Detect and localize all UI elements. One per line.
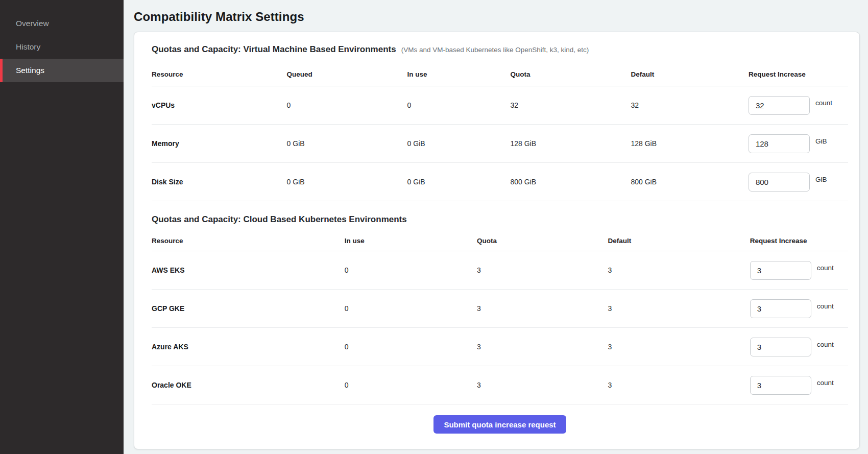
section-title-cloud-k8s: Quotas and Capacity: Cloud Based Kuberne…: [152, 214, 407, 225]
table-row-vcpus: vCPUs 0 0 32 32 count: [152, 86, 848, 125]
queued-value: 0 GiB: [287, 178, 407, 186]
table-row-memory: Memory 0 GiB 0 GiB 128 GiB 128 GiB GiB: [152, 125, 848, 163]
quota-value: 3: [477, 304, 608, 313]
default-value: 800 GiB: [631, 178, 749, 186]
default-value: 32: [631, 101, 749, 109]
col-header-in-use: In use: [407, 70, 511, 78]
vm-table-header: Resource Queued In use Quota Default Req…: [152, 63, 848, 86]
col-header-request-increase: Request Increase: [749, 70, 848, 78]
unit-label: count: [817, 341, 834, 348]
request-increase-input-vcpus[interactable]: [749, 96, 810, 115]
col-header-default: Default: [608, 237, 750, 245]
page-title: Compatibility Matrix Settings: [134, 10, 860, 24]
queued-value: 0: [287, 101, 407, 109]
default-value: 3: [608, 381, 750, 389]
quota-value: 800 GiB: [510, 178, 631, 186]
request-increase-input-azure-aks[interactable]: [750, 338, 811, 356]
section-subtitle-vm: (VMs and VM-based Kubernetes like OpenSh…: [401, 46, 589, 54]
sidebar: Overview History Settings: [0, 0, 124, 454]
in-use-value: 0: [407, 101, 511, 109]
resource-label: Azure AKS: [152, 343, 345, 351]
in-use-value: 0: [345, 381, 477, 389]
sidebar-item-settings[interactable]: Settings: [0, 59, 124, 82]
cloud-table-header: Resource In use Quota Default Request In…: [152, 231, 848, 251]
col-header-resource: Resource: [152, 70, 287, 78]
in-use-value: 0: [345, 304, 477, 313]
unit-label: count: [815, 99, 832, 107]
unit-label: GiB: [815, 176, 827, 183]
resource-label: Disk Size: [152, 178, 287, 186]
resource-label: vCPUs: [152, 101, 287, 109]
table-row-azure-aks: Azure AKS 0 3 3 count: [152, 328, 848, 366]
col-header-request-increase: Request Increase: [750, 237, 848, 245]
request-increase-input-oracle-oke[interactable]: [750, 376, 811, 395]
col-header-queued: Queued: [287, 70, 407, 78]
quota-value: 3: [477, 266, 608, 274]
section-cloud-kubernetes: Quotas and Capacity: Cloud Based Kuberne…: [152, 214, 848, 404]
section-vm-environments: Quotas and Capacity: Virtual Machine Bas…: [152, 44, 848, 201]
request-increase-input-disk-size[interactable]: [749, 173, 810, 192]
quota-value: 3: [477, 343, 608, 351]
table-row-oracle-oke: Oracle OKE 0 3 3 count: [152, 366, 848, 404]
unit-label: count: [817, 264, 834, 272]
resource-label: AWS EKS: [152, 266, 345, 274]
sidebar-item-overview[interactable]: Overview: [0, 12, 124, 35]
col-header-in-use: In use: [345, 237, 477, 245]
resource-label: Memory: [152, 139, 287, 148]
main-content: Compatibility Matrix Settings Quotas and…: [124, 0, 868, 454]
in-use-value: 0: [345, 266, 477, 274]
quota-value: 128 GiB: [510, 139, 631, 148]
queued-value: 0 GiB: [287, 139, 407, 148]
table-row-disk-size: Disk Size 0 GiB 0 GiB 800 GiB 800 GiB Gi…: [152, 163, 848, 201]
unit-label: count: [817, 302, 834, 310]
table-row-aws-eks: AWS EKS 0 3 3 count: [152, 251, 848, 290]
unit-label: count: [817, 379, 834, 387]
sidebar-item-history[interactable]: History: [0, 35, 124, 59]
col-header-resource: Resource: [152, 237, 345, 245]
col-header-quota: Quota: [510, 70, 631, 78]
default-value: 3: [608, 304, 750, 313]
col-header-quota: Quota: [477, 237, 608, 245]
default-value: 128 GiB: [631, 139, 749, 148]
unit-label: GiB: [815, 137, 827, 145]
in-use-value: 0 GiB: [407, 139, 511, 148]
submit-quota-increase-button[interactable]: Submit quota increase request: [433, 415, 566, 434]
default-value: 3: [608, 266, 750, 274]
resource-label: Oracle OKE: [152, 381, 345, 389]
quota-settings-card: Quotas and Capacity: Virtual Machine Bas…: [134, 32, 860, 449]
in-use-value: 0: [345, 343, 477, 351]
table-row-gcp-gke: GCP GKE 0 3 3 count: [152, 290, 848, 328]
section-title-vm: Quotas and Capacity: Virtual Machine Bas…: [152, 44, 396, 55]
col-header-default: Default: [631, 70, 749, 78]
request-increase-input-memory[interactable]: [749, 134, 810, 153]
default-value: 3: [608, 343, 750, 351]
quota-value: 3: [477, 381, 608, 389]
quota-value: 32: [510, 101, 631, 109]
request-increase-input-aws-eks[interactable]: [750, 261, 811, 280]
resource-label: GCP GKE: [152, 304, 345, 313]
in-use-value: 0 GiB: [407, 178, 511, 186]
request-increase-input-gcp-gke[interactable]: [750, 299, 811, 318]
